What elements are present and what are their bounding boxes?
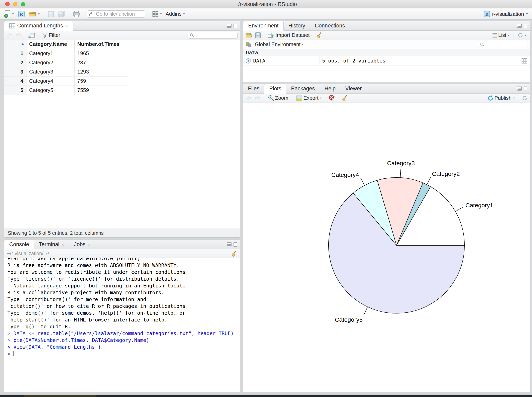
table-row[interactable]: 3Category31293 — [4, 67, 128, 76]
tab-environment[interactable]: Environment — [243, 21, 284, 31]
load-workspace-folder-icon[interactable] — [246, 32, 253, 38]
environment-search-input[interactable] — [486, 42, 524, 47]
minimize-pane-icon[interactable] — [227, 24, 232, 28]
minimize-pane-icon[interactable] — [227, 242, 232, 246]
table-cell: Category4 — [26, 76, 74, 86]
console-output-line: Type 'demo()' for some demos, 'help()' f… — [7, 310, 240, 316]
pane-window-buttons — [517, 24, 527, 28]
tab-label: Help — [324, 86, 336, 92]
table-search-box[interactable] — [188, 32, 238, 39]
maximize-pane-icon[interactable] — [234, 24, 237, 28]
tab-terminal[interactable]: Terminal × — [34, 240, 69, 249]
table-cell: Category5 — [26, 86, 74, 95]
close-icon[interactable]: × — [65, 23, 68, 28]
console-cursor — [13, 351, 14, 356]
refresh-plot-icon[interactable] — [522, 95, 528, 101]
maximize-pane-icon[interactable] — [524, 24, 527, 28]
column-header-number-of-times[interactable]: Number.of.Times — [74, 40, 128, 49]
tab-command-lengths[interactable]: Command Lengths × — [4, 21, 73, 31]
expand-object-icon[interactable] — [246, 58, 251, 64]
next-plot-icon[interactable] — [254, 95, 261, 101]
column-header-category-name[interactable]: Category.Name — [26, 40, 74, 49]
goto-file-box[interactable] — [87, 10, 145, 18]
list-view-button[interactable]: List — [491, 31, 511, 39]
export-plot-button[interactable]: Export — [295, 94, 323, 102]
console-output[interactable]: Platform: x86_64-apple-darwin15.6.0 (64-… — [4, 258, 240, 392]
save-all-button[interactable] — [57, 10, 66, 18]
search-icon — [480, 42, 485, 47]
workspace-panes-button[interactable] — [151, 10, 163, 18]
environment-search-box[interactable] — [478, 41, 528, 48]
svg-text:R: R — [486, 12, 488, 16]
tab-label: Environment — [248, 23, 279, 29]
refresh-environment-button[interactable] — [517, 32, 528, 39]
filter-button[interactable]: Filter — [41, 31, 61, 39]
table-row[interactable]: 1Category11965 — [4, 49, 128, 58]
environment-scope-selector[interactable]: Global Environment — [254, 41, 305, 48]
close-icon[interactable]: × — [87, 242, 90, 247]
goto-directory-icon[interactable] — [45, 251, 51, 256]
tab-plots[interactable]: Plots — [264, 84, 286, 93]
project-selector[interactable]: R r-visualization — [483, 8, 528, 20]
table-search-input[interactable] — [196, 32, 234, 38]
close-icon[interactable]: × — [61, 242, 64, 247]
popout-window-icon[interactable] — [28, 32, 35, 38]
goto-file-input[interactable] — [96, 11, 142, 17]
tab-connections[interactable]: Connections — [310, 21, 350, 31]
svg-text:R: R — [20, 12, 23, 17]
clear-console-broom-icon[interactable] — [231, 250, 237, 257]
tab-label: History — [288, 23, 305, 29]
pie-slice-label: Category2 — [432, 170, 460, 177]
save-button[interactable] — [47, 10, 55, 18]
zoom-magnifier-icon — [268, 95, 274, 101]
save-workspace-icon[interactable] — [255, 32, 261, 38]
publish-plot-button[interactable]: Publish — [487, 94, 516, 102]
minimize-pane-icon[interactable] — [517, 24, 522, 28]
data-viewer-tabbar: Command Lengths × — [4, 21, 240, 31]
tab-files[interactable]: Files — [243, 84, 264, 93]
addins-label: Addins — [165, 11, 182, 17]
maximize-pane-icon[interactable] — [524, 87, 527, 91]
remove-plot-icon[interactable] — [329, 95, 336, 102]
print-button[interactable] — [72, 10, 81, 18]
plots-pane: Files Plots Packages Help Viewer Zoom Ex… — [243, 84, 530, 392]
view-data-grid-icon[interactable] — [521, 58, 527, 64]
previous-plot-icon[interactable] — [246, 95, 252, 101]
pie-slice-label: Category3 — [387, 160, 415, 167]
console-output-line: Type 'contributors()' for more informati… — [7, 296, 240, 303]
addins-button[interactable]: Addins — [165, 10, 186, 18]
chevron-down-icon — [513, 98, 514, 99]
tab-help[interactable]: Help — [320, 84, 341, 93]
maximize-pane-icon[interactable] — [234, 242, 237, 247]
minimize-pane-icon[interactable] — [517, 87, 522, 91]
new-project-button[interactable]: R — [17, 10, 26, 19]
table-row[interactable]: 4Category4759 — [4, 76, 128, 86]
console-output-line: Natural language support but running in … — [7, 282, 240, 289]
row-number-header[interactable] — [4, 40, 26, 49]
tab-packages[interactable]: Packages — [286, 84, 320, 93]
forward-icon[interactable] — [15, 32, 22, 38]
tab-history[interactable]: History — [284, 21, 310, 31]
tab-viewer[interactable]: Viewer — [340, 84, 367, 93]
filter-label: Filter — [49, 32, 60, 38]
import-dataset-button[interactable]: Import Dataset — [267, 31, 314, 39]
open-file-button[interactable] — [28, 10, 41, 18]
environment-object-row[interactable]: DATA5 obs. of 2 variables — [243, 56, 530, 66]
goto-arrow-icon — [89, 12, 94, 17]
project-name: r-visualization — [492, 11, 524, 17]
tab-console[interactable]: Console — [4, 240, 34, 249]
new-file-button[interactable] — [3, 10, 15, 19]
back-icon[interactable] — [7, 32, 13, 38]
export-label: Export — [303, 95, 318, 101]
clear-all-plots-broom-icon[interactable] — [342, 95, 348, 101]
table-row[interactable]: 2Category2237 — [4, 58, 128, 67]
table-row[interactable]: 5Category57559 — [4, 86, 128, 95]
plots-tabbar: Files Plots Packages Help Viewer — [243, 84, 530, 93]
zoom-plot-button[interactable]: Zoom — [267, 94, 289, 102]
tab-jobs[interactable]: Jobs × — [69, 240, 95, 249]
pane-layout-icon — [152, 11, 159, 18]
chevron-down-icon — [525, 35, 526, 36]
clear-environment-broom-icon[interactable] — [316, 32, 322, 38]
row-number-cell: 3 — [4, 67, 26, 76]
publish-label: Publish — [494, 95, 512, 101]
